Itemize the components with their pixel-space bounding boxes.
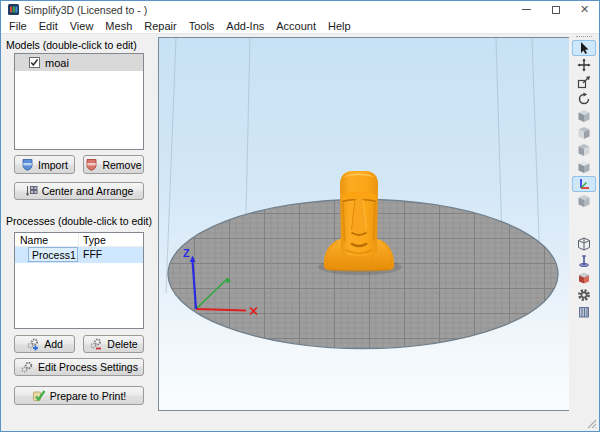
close-button[interactable]: ✕ (570, 1, 599, 18)
view-cube-top-icon (577, 160, 591, 174)
view-wireframe-button[interactable] (572, 236, 596, 252)
view-front-button[interactable] (572, 125, 596, 141)
rotate-tool-icon (577, 92, 591, 106)
app-logo-icon (8, 4, 19, 15)
add-process-label: Add (44, 338, 63, 350)
import-button[interactable]: Import (14, 155, 75, 174)
delete-process-icon (89, 338, 103, 351)
toggle-axes-icon (577, 177, 591, 191)
menu-tools[interactable]: Tools (183, 20, 221, 32)
menu-repair[interactable]: Repair (138, 20, 182, 32)
menubar: File Edit View Mesh Repair Tools Add-Ins… (1, 18, 599, 34)
delete-process-button[interactable]: Delete (83, 335, 144, 353)
delete-process-label: Delete (107, 338, 137, 350)
menu-help[interactable]: Help (322, 20, 357, 32)
app-window: Simplify3D (Licensed to - ) ✕ File Edit … (0, 0, 600, 432)
machine-control-button[interactable] (572, 304, 596, 320)
left-panel: Models (double-click to edit) moai Impor… (1, 34, 158, 431)
menu-edit[interactable]: Edit (33, 20, 64, 32)
rotate-tool-button[interactable] (572, 91, 596, 107)
viewport-3d[interactable]: Z (158, 37, 571, 411)
center-and-arrange-label: Center and Arrange (42, 185, 134, 197)
models-list[interactable]: moai (14, 53, 144, 150)
machine-control-icon (577, 305, 591, 319)
right-toolbar (569, 34, 599, 431)
process-type-cell: FFF (83, 248, 102, 260)
menu-file[interactable]: File (3, 20, 33, 32)
menu-mesh[interactable]: Mesh (99, 20, 138, 32)
settings-button[interactable] (572, 287, 596, 303)
models-section-label: Models (double-click to edit) (6, 39, 137, 51)
processes-section-label: Processes (double-click to edit) (6, 215, 152, 227)
prepare-to-print-label: Prepare to Print! (50, 390, 126, 402)
cross-section-button[interactable] (572, 270, 596, 286)
process-row[interactable]: Process1 FFF (15, 247, 143, 263)
minimize-button[interactable] (512, 1, 541, 18)
window-title: Simplify3D (Licensed to - ) (24, 4, 147, 16)
titlebar: Simplify3D (Licensed to - ) ✕ (1, 1, 599, 18)
model-list-item[interactable]: moai (15, 54, 143, 71)
prepare-to-print-button[interactable]: Prepare to Print! (14, 386, 144, 405)
add-process-icon (26, 338, 40, 351)
prepare-to-print-icon (32, 389, 46, 402)
process-table-header: Name Type (15, 233, 143, 247)
column-name: Name (15, 233, 79, 246)
process-table[interactable]: Name Type Process1 FFF (14, 232, 144, 329)
view-top-button[interactable] (572, 159, 596, 175)
cross-section-icon (577, 271, 591, 285)
view-wireframe-icon (577, 237, 591, 251)
toggle-axes-button[interactable] (572, 176, 596, 192)
view-cube-iso-icon (577, 109, 591, 123)
support-structures-button[interactable] (572, 253, 596, 269)
view-default-button[interactable] (572, 108, 596, 124)
edit-process-settings-icon (20, 361, 34, 374)
import-icon (21, 158, 34, 171)
remove-button[interactable]: Remove (83, 155, 144, 174)
move-tool-button[interactable] (572, 57, 596, 73)
scale-tool-button[interactable] (572, 74, 596, 90)
close-icon: ✕ (580, 4, 589, 15)
remove-icon (85, 158, 98, 171)
model-name: moai (45, 57, 69, 69)
column-type: Type (79, 234, 106, 246)
process-name-cell[interactable]: Process1 (28, 247, 78, 262)
view-cube-side-icon (577, 143, 591, 157)
build-scene: Z (159, 38, 570, 410)
view-cube-front-icon (577, 126, 591, 140)
view-side-button[interactable] (572, 142, 596, 158)
maximize-icon (552, 6, 560, 14)
maximize-button[interactable] (541, 1, 570, 18)
menu-account[interactable]: Account (270, 20, 322, 32)
select-tool-button[interactable] (572, 40, 596, 56)
minimize-icon (522, 9, 531, 10)
center-arrange-icon (25, 185, 38, 197)
z-axis-label: Z (183, 247, 190, 259)
import-button-label: Import (38, 159, 68, 171)
remove-button-label: Remove (102, 159, 141, 171)
support-structures-icon (577, 254, 591, 268)
resize-grip[interactable] (587, 419, 597, 429)
edit-process-settings-label: Edit Process Settings (38, 361, 138, 373)
model-checkbox[interactable] (29, 57, 40, 68)
add-process-button[interactable]: Add (14, 335, 75, 353)
view-solid-icon (577, 194, 591, 208)
menu-addins[interactable]: Add-Ins (220, 20, 270, 32)
settings-gear-icon (577, 288, 591, 302)
select-cursor-icon (577, 41, 591, 55)
scale-tool-icon (577, 75, 591, 89)
move-tool-icon (577, 58, 591, 72)
toolbar-grip[interactable] (576, 36, 592, 39)
center-and-arrange-button[interactable]: Center and Arrange (14, 182, 144, 200)
edit-process-settings-button[interactable]: Edit Process Settings (14, 358, 144, 376)
view-solid-button[interactable] (572, 193, 596, 209)
menu-view[interactable]: View (64, 20, 100, 32)
